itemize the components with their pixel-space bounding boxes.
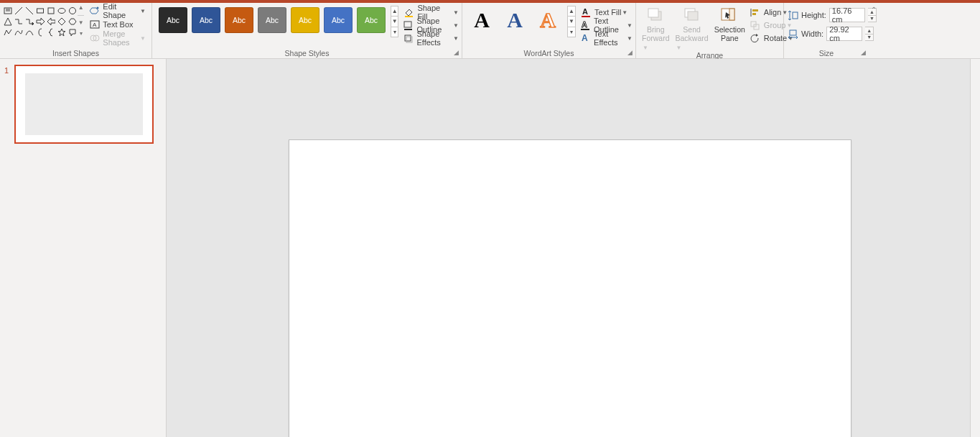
shape-square-icon[interactable] [46,6,56,16]
shape-triangle-icon[interactable] [3,17,13,27]
shape-arrow-left-icon[interactable] [46,17,56,27]
slide-thumbnail-number: 1 [4,65,14,144]
shape-style-swatch-5[interactable]: Abc [291,7,319,33]
send-backward-l2: Backward ▼ [676,34,709,51]
text-effects-button[interactable]: A Text Effects▼ [580,32,633,45]
group-insert-shapes-label: Insert Shapes [52,49,99,58]
shape-arc-icon[interactable] [24,27,34,37]
shape-rect-icon[interactable] [35,6,45,16]
shape-curve-icon[interactable] [14,27,24,37]
send-backward-l1: Send [683,25,701,34]
vertical-scrollbar[interactable] [970,59,980,437]
svg-rect-40 [752,13,756,15]
shape-style-swatch-4[interactable]: Abc [258,7,286,33]
selection-pane-button[interactable]: Selection Pane [711,4,748,42]
svg-marker-14 [69,19,76,24]
svg-rect-28 [582,16,590,17]
bring-forward-l1: Bring [647,25,665,34]
shape-textbox-icon[interactable] [3,6,13,16]
bring-forward-button: Bring Forward ▼ [639,4,673,51]
wordart-swatch-3[interactable]: A [533,6,562,34]
shape-hexagon-icon[interactable] [67,17,78,27]
slide-thumbnail-1[interactable] [14,65,154,144]
merge-shapes-button: Merge Shapes▼ [87,32,149,45]
shape-effects-label: Shape Effects [416,29,452,47]
shape-line-icon[interactable] [14,6,24,16]
svg-rect-39 [752,9,758,12]
svg-line-4 [26,7,33,14]
bring-forward-l2: Forward ▼ [642,34,670,51]
group-wordart-styles-label: WordArt Styles [524,49,574,58]
shape-callout-icon[interactable] [67,27,78,37]
merge-shapes-icon [90,33,100,43]
wordart-scroll[interactable]: ▲▼▾ [567,6,576,37]
height-input[interactable]: 16.76 cm [829,8,865,22]
width-input[interactable]: 29.92 cm [826,27,862,41]
slide-thumbnail-pane[interactable]: 1 [0,59,167,437]
height-icon [787,9,798,21]
wordart-gallery[interactable]: A A A [465,4,564,34]
shape-style-swatch-7[interactable]: Abc [357,7,386,33]
align-label: Align [764,8,781,17]
text-effects-label: Text Effects [594,29,626,47]
size-dialog-launcher[interactable]: ◢ [859,49,867,58]
shape-style-gallery[interactable]: Abc Abc Abc Abc Abc Abc Abc [155,4,388,33]
rotate-icon [750,32,761,44]
shapes-gallery-scroll[interactable]: ▲▼▾ [78,4,84,37]
svg-rect-22 [405,16,413,17]
selection-pane-l2: Pane [721,34,739,42]
svg-rect-26 [406,37,412,42]
slide-canvas-area[interactable] [167,59,980,437]
shape-styles-dialog-launcher[interactable]: ◢ [452,49,460,58]
shape-freeform-icon[interactable] [3,27,13,37]
send-backward-button: Send Backward ▼ [673,4,711,51]
shape-elbow-arrow-icon[interactable] [24,17,34,27]
svg-marker-13 [58,18,65,25]
svg-point-8 [70,8,76,14]
shape-style-swatch-2[interactable]: Abc [192,7,220,33]
shape-circle-icon[interactable] [67,6,78,16]
shape-bracket-icon[interactable] [35,27,45,37]
width-icon [787,28,798,40]
selection-pane-icon [719,6,739,24]
shape-arrow-right-icon[interactable] [35,17,45,27]
group-wordart-styles: A A A ▲▼▾ A Text Fill▼ A Text Outline▼ A… [462,3,636,58]
width-label: Width: [801,29,823,38]
svg-point-7 [58,9,65,14]
group-size-label: Size [819,49,834,58]
svg-text:A: A [582,20,587,29]
svg-rect-45 [793,12,798,19]
shape-effects-button[interactable]: Shape Effects▼ [403,32,459,45]
svg-marker-9 [4,18,11,25]
wordart-dialog-launcher[interactable]: ◢ [625,49,634,58]
shape-style-scroll[interactable]: ▲▼▾ [391,6,398,37]
ribbon-collapse-button[interactable]: ⌃ [869,3,879,14]
workspace: 1 [0,59,980,437]
text-fill-label: Text Fill [594,8,621,17]
svg-text:A: A [582,7,588,16]
svg-marker-11 [37,18,45,25]
shape-oval-icon[interactable] [57,6,67,16]
shape-style-swatch-6[interactable]: Abc [324,7,353,33]
shape-brace-icon[interactable] [46,27,56,37]
shape-star-icon[interactable] [57,27,67,37]
shape-elbow-icon[interactable] [14,17,24,27]
shape-fill-icon [403,6,414,18]
group-size: Height: 16.76 cm ▲▼ Width: 29.92 cm ▲▼ S… [784,3,869,58]
slide[interactable] [289,139,851,437]
shapes-gallery[interactable] [3,4,78,37]
svg-rect-25 [405,35,411,41]
width-spinner[interactable]: ▲▼ [865,27,874,41]
text-box-label: Text Box [103,20,133,29]
edit-shape-button[interactable]: Edit Shape▼ [87,4,149,17]
shape-diamond-icon[interactable] [57,17,67,27]
wordart-swatch-1[interactable]: A [467,6,496,34]
shape-style-swatch-3[interactable]: Abc [225,7,253,33]
svg-rect-33 [648,9,658,17]
edit-shape-icon [90,6,100,16]
text-outline-icon: A [580,19,591,31]
height-label: Height: [801,11,826,19]
shape-style-swatch-1[interactable]: Abc [159,7,187,33]
wordart-swatch-2[interactable]: A [500,6,529,34]
shape-line2-icon[interactable] [24,6,34,16]
